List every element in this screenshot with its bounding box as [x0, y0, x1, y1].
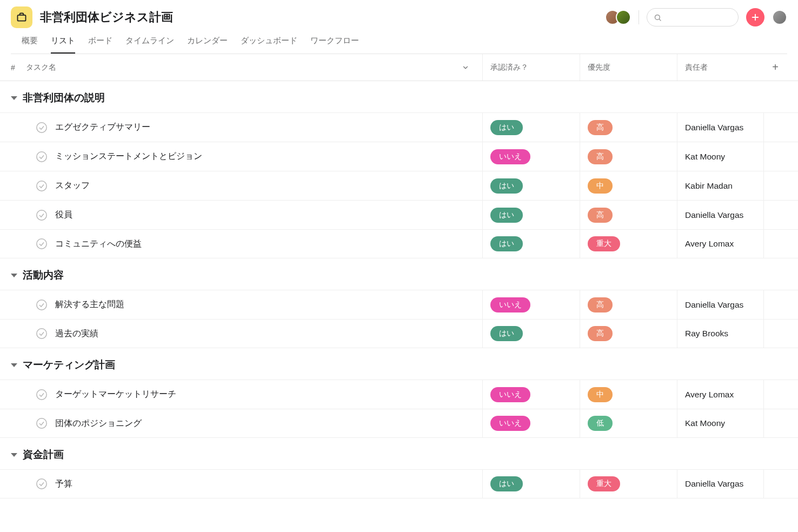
approved-cell[interactable]: いいえ	[482, 380, 580, 409]
task-row[interactable]: 団体のポジショニングいいえ低Kat Moony	[0, 409, 798, 438]
owner-cell[interactable]: Ray Brooks	[677, 320, 763, 348]
section-title: 活動内容	[23, 268, 64, 282]
owner-cell[interactable]: Daniella Vargas	[677, 290, 763, 319]
tab-0[interactable]: 概要	[22, 36, 38, 54]
task-cell[interactable]: 解決する主な問題	[26, 299, 482, 311]
tab-1[interactable]: リスト	[51, 36, 75, 54]
priority-cell[interactable]: 高	[580, 290, 677, 319]
priority-cell[interactable]: 高	[580, 320, 677, 348]
user-avatar[interactable]	[772, 10, 787, 25]
briefcase-icon	[16, 12, 27, 23]
approved-cell[interactable]: はい	[482, 320, 580, 348]
task-name: 過去の実績	[55, 328, 98, 340]
tab-2[interactable]: ボード	[88, 36, 112, 54]
tab-4[interactable]: カレンダー	[187, 36, 228, 54]
extra-cell	[763, 409, 787, 437]
task-cell[interactable]: 過去の実績	[26, 328, 482, 340]
approved-cell[interactable]: はい	[482, 171, 580, 200]
priority-pill: 中	[588, 387, 613, 402]
task-row[interactable]: 解決する主な問題いいえ高Daniella Vargas	[0, 290, 798, 319]
section-header[interactable]: 非営利団体の説明	[0, 81, 798, 112]
add-button[interactable]	[746, 8, 764, 26]
approved-cell[interactable]: いいえ	[482, 290, 580, 319]
owner-cell[interactable]: Avery Lomax	[677, 380, 763, 409]
priority-cell[interactable]: 高	[580, 113, 677, 142]
task-row[interactable]: 過去の実績はい高Ray Brooks	[0, 319, 798, 348]
owner-cell[interactable]: Kabir Madan	[677, 171, 763, 200]
member-avatars[interactable]	[605, 10, 631, 25]
owner-cell[interactable]: Kat Moony	[677, 142, 763, 171]
avatar[interactable]	[616, 10, 631, 25]
approved-pill: はい	[490, 178, 523, 194]
priority-cell[interactable]: 高	[580, 142, 677, 171]
priority-cell[interactable]: 重大	[580, 230, 677, 258]
task-cell[interactable]: コミュニティへの便益	[26, 238, 482, 250]
approved-cell[interactable]: いいえ	[482, 142, 580, 171]
svg-point-12	[37, 389, 46, 399]
approved-cell[interactable]: いいえ	[482, 409, 580, 437]
task-row[interactable]: 予算はい重大Daniella Vargas	[0, 469, 798, 498]
complete-toggle-icon[interactable]	[36, 417, 48, 429]
chevron-down-icon[interactable]	[462, 64, 469, 71]
complete-toggle-icon[interactable]	[36, 328, 48, 340]
priority-cell[interactable]: 中	[580, 171, 677, 200]
search-input-container[interactable]	[647, 8, 739, 26]
section-header[interactable]: 資金計画	[0, 438, 798, 469]
approved-cell[interactable]: はい	[482, 470, 580, 498]
approved-cell[interactable]: はい	[482, 230, 580, 258]
complete-toggle-icon[interactable]	[36, 151, 48, 163]
complete-toggle-icon[interactable]	[36, 180, 48, 192]
task-cell[interactable]: 役員	[26, 209, 482, 221]
task-row[interactable]: エグゼクティブサマリーはい高Daniella Vargas	[0, 112, 798, 142]
priority-cell[interactable]: 高	[580, 201, 677, 229]
task-cell[interactable]: エグゼクティブサマリー	[26, 122, 482, 134]
caret-down-icon	[11, 363, 17, 367]
section-header[interactable]: マーケティング計画	[0, 348, 798, 380]
task-row[interactable]: コミュニティへの便益はい重大Avery Lomax	[0, 229, 798, 258]
column-priority[interactable]: 優先度	[580, 54, 677, 81]
task-cell[interactable]: 団体のポジショニング	[26, 417, 482, 429]
priority-pill: 重大	[588, 476, 620, 491]
complete-toggle-icon[interactable]	[36, 122, 48, 134]
complete-toggle-icon[interactable]	[36, 209, 48, 221]
task-row[interactable]: 役員はい高Daniella Vargas	[0, 200, 798, 229]
owner-cell[interactable]: Daniella Vargas	[677, 113, 763, 142]
search-input[interactable]	[666, 13, 732, 22]
complete-toggle-icon[interactable]	[36, 299, 48, 311]
priority-cell[interactable]: 中	[580, 380, 677, 409]
priority-cell[interactable]: 低	[580, 409, 677, 437]
project-title: 非営利団体ビジネス計画	[40, 9, 173, 25]
task-cell[interactable]: 予算	[26, 478, 482, 490]
column-owner[interactable]: 責任者	[677, 54, 763, 81]
tab-6[interactable]: ワークフロー	[310, 36, 359, 54]
complete-toggle-icon[interactable]	[36, 389, 48, 401]
task-row[interactable]: ミッションステートメントとビジョンいいえ高Kat Moony	[0, 142, 798, 171]
column-approved[interactable]: 承認済み？	[482, 54, 580, 81]
owner-cell[interactable]: Daniella Vargas	[677, 201, 763, 229]
task-row[interactable]: ターゲットマーケットリサーチいいえ中Avery Lomax	[0, 380, 798, 409]
section-header[interactable]: 活動内容	[0, 258, 798, 290]
extra-cell	[763, 320, 787, 348]
owner-cell[interactable]: Avery Lomax	[677, 230, 763, 258]
add-column-button[interactable]: +	[763, 61, 787, 74]
priority-cell[interactable]: 重大	[580, 470, 677, 498]
task-name: コミュニティへの便益	[55, 238, 142, 250]
tab-3[interactable]: タイムライン	[125, 36, 174, 54]
divider	[639, 10, 639, 24]
section-title: 資金計画	[23, 448, 64, 462]
task-cell[interactable]: ターゲットマーケットリサーチ	[26, 389, 482, 401]
tab-5[interactable]: ダッシュボード	[241, 36, 297, 54]
approved-cell[interactable]: はい	[482, 201, 580, 229]
owner-cell[interactable]: Kat Moony	[677, 409, 763, 437]
task-cell[interactable]: スタッフ	[26, 180, 482, 192]
owner-cell[interactable]: Daniella Vargas	[677, 470, 763, 498]
task-cell[interactable]: ミッションステートメントとビジョン	[26, 151, 482, 163]
section-title: マーケティング計画	[23, 358, 115, 372]
extra-cell	[763, 171, 787, 200]
complete-toggle-icon[interactable]	[36, 478, 48, 490]
approved-pill: いいえ	[490, 297, 530, 312]
approved-cell[interactable]: はい	[482, 113, 580, 142]
column-task-name[interactable]: タスク名	[26, 63, 482, 72]
complete-toggle-icon[interactable]	[36, 238, 48, 250]
task-row[interactable]: スタッフはい中Kabir Madan	[0, 171, 798, 200]
